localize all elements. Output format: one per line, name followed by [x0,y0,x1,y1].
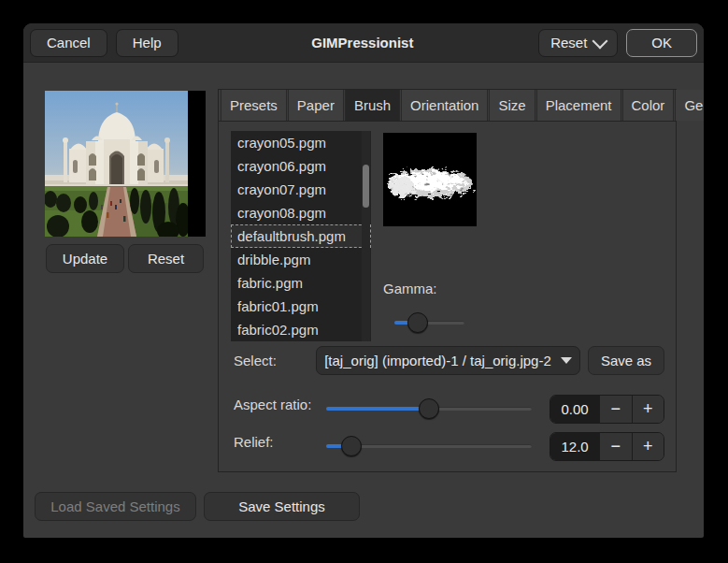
gamma-slider [394,311,464,334]
ok-button[interactable]: OK [626,29,697,57]
tab-general[interactable]: General [675,90,704,121]
list-item[interactable]: fabric01.pgm [231,295,371,318]
plus-icon: + [643,437,653,456]
relief-slider-handle[interactable] [341,436,362,456]
aspect-ratio-spinbox: 0.00 − + [550,395,664,424]
save-as-button[interactable]: Save as [588,346,664,375]
settings-notebook: Presets Paper Brush Orientation Size Pla… [218,89,677,472]
minus-icon: − [611,437,621,456]
taj-mahal-preview-image [45,91,188,237]
gamma-label: Gamma: [383,281,437,296]
tab-brush[interactable]: Brush [345,90,400,121]
brush-tab-content: crayon05.pgm crayon06.pgm crayon07.pgm c… [219,122,676,472]
scrollbar-thumb[interactable] [363,165,369,208]
aspect-ratio-value[interactable]: 0.00 [550,396,599,423]
brush-source-dropdown[interactable]: [taj_orig] (imported)-1 / taj_orig.jpg-2 [316,346,580,375]
reset-menu-label: Reset [550,35,587,51]
aspect-ratio-increment-button[interactable]: + [632,396,664,423]
tab-orientation[interactable]: Orientation [401,90,488,121]
aspect-ratio-label: Aspect ratio: [234,397,311,412]
titlebar: Cancel Help GIMPressionist Reset OK [23,23,704,63]
help-button[interactable]: Help [116,29,178,57]
aspect-ratio-decrement-button[interactable]: − [599,396,631,423]
select-label: Select: [234,353,277,368]
reset-preview-button[interactable]: Reset [128,244,204,273]
relief-increment-button[interactable]: + [632,433,664,460]
brush-file-list: crayon05.pgm crayon06.pgm crayon07.pgm c… [231,131,371,341]
minus-icon: − [611,399,621,419]
image-preview [45,91,206,237]
cancel-button[interactable]: Cancel [30,29,107,57]
brush-stroke-image [383,133,477,226]
aspect-ratio-slider-handle[interactable] [419,398,439,419]
tab-paper[interactable]: Paper [288,90,344,121]
tab-size[interactable]: Size [489,90,535,121]
relief-label: Relief: [234,434,274,450]
list-item[interactable]: fabric02.pgm [231,318,371,341]
tab-placement[interactable]: Placement [536,90,621,121]
list-item[interactable]: crayon07.pgm [231,178,371,201]
aspect-ratio-slider [326,397,532,420]
brush-preview [383,133,477,226]
tab-presets[interactable]: Presets [221,90,287,121]
load-saved-settings-button[interactable]: Load Saved Settings [35,492,196,521]
scrollbar-track[interactable] [362,131,370,341]
list-item[interactable]: crayon05.pgm [231,131,371,154]
gimpressionist-dialog: Cancel Help GIMPressionist Reset OK [23,23,704,538]
relief-spinbox: 12.0 − + [550,432,664,461]
brush-source-value: [taj_orig] (imported)-1 / taj_orig.jpg-2 [324,353,551,368]
plus-icon: + [643,399,653,419]
window-title: GIMPressionist [187,35,539,51]
list-item-selected[interactable]: defaultbrush.pgm [231,224,371,248]
gamma-slider-handle[interactable] [407,312,428,333]
reset-menu-button[interactable]: Reset [538,29,618,57]
list-item[interactable]: crayon08.pgm [231,201,371,224]
dropdown-arrow-icon [561,357,572,364]
list-item[interactable]: crayon06.pgm [231,154,371,178]
tab-color[interactable]: Color [622,90,675,121]
tab-strip: Presets Paper Brush Orientation Size Pla… [219,90,676,122]
update-button[interactable]: Update [46,244,124,273]
relief-slider [326,435,532,457]
list-item[interactable]: fabric.pgm [231,271,371,295]
relief-value[interactable]: 12.0 [550,433,599,460]
aspect-ratio-slider-fill [326,407,429,411]
relief-decrement-button[interactable]: − [599,433,631,460]
list-item[interactable]: dribble.pgm [231,248,371,271]
chevron-down-icon [592,33,608,49]
save-settings-button[interactable]: Save Settings [204,492,360,521]
